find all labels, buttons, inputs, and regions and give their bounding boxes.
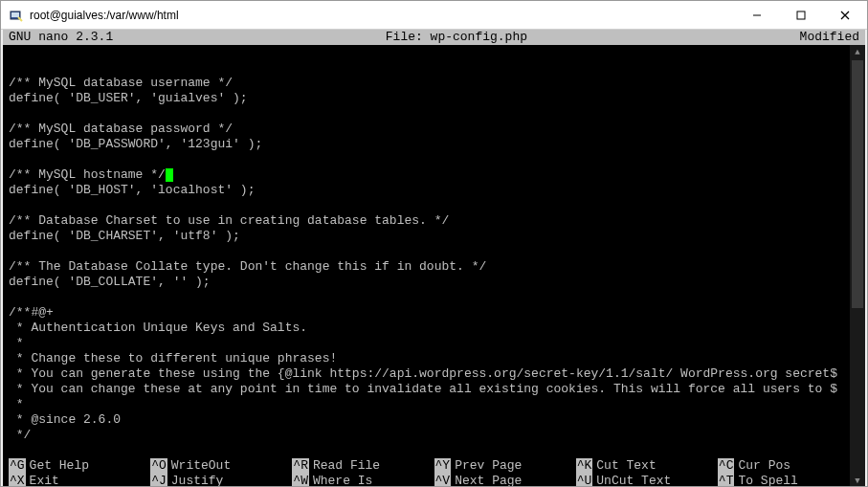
- editor-line: *: [9, 336, 859, 351]
- shortcut-item: ^OWriteOut: [150, 458, 292, 474]
- shortcut-key: ^W: [292, 474, 309, 487]
- scroll-down-button[interactable]: ▼: [850, 474, 865, 487]
- shortcut-item: ^CCur Pos: [718, 458, 859, 474]
- shortcut-label: Cut Text: [596, 458, 656, 474]
- shortcut-item: ^WWhere Is: [292, 474, 434, 487]
- shortcut-key: ^T: [718, 474, 735, 487]
- shortcut-item: ^YPrev Page: [434, 458, 576, 474]
- editor-line: [9, 106, 859, 122]
- shortcut-key: ^O: [150, 458, 167, 474]
- shortcut-item: ^RRead File: [292, 458, 434, 474]
- close-button[interactable]: [823, 1, 867, 30]
- editor-line: define( 'DB_USER', 'guialves' );: [9, 91, 859, 106]
- shortcut-key: ^C: [718, 458, 735, 474]
- editor-line: define( 'DB_COLLATE', '' );: [9, 275, 859, 290]
- editor-line: /** MySQL database password */: [9, 122, 859, 137]
- editor-line: *: [9, 397, 859, 412]
- shortcut-label: Exit: [30, 474, 59, 487]
- window-titlebar: root@guialves:/var/www/html: [1, 1, 867, 30]
- editor-line: [9, 45, 859, 60]
- editor-line: /** MySQL hostname */: [9, 167, 859, 183]
- shortcut-key: ^J: [150, 474, 167, 487]
- window-title: root@guialves:/var/www/html: [30, 9, 735, 22]
- nano-file-label: File: wp-config.php: [113, 30, 799, 45]
- nano-modified-status: Modified: [800, 30, 865, 45]
- editor-line: [9, 198, 859, 213]
- editor-line: */: [9, 428, 859, 443]
- scroll-thumb[interactable]: [852, 60, 863, 308]
- shortcut-item: ^JJustify: [150, 474, 292, 487]
- editor-line: /** The Database Collate type. Don't cha…: [9, 259, 859, 275]
- shortcut-item: ^VNext Page: [434, 474, 576, 487]
- editor-line: * Change these to different unique phras…: [9, 351, 859, 366]
- scroll-track[interactable]: [850, 60, 865, 474]
- shortcut-key: ^V: [434, 474, 452, 487]
- shortcut-key: ^X: [9, 474, 26, 487]
- shortcut-key: ^K: [576, 458, 593, 474]
- shortcut-row-1: ^GGet Help^OWriteOut^RRead File^YPrev Pa…: [9, 458, 859, 474]
- shortcut-item: ^XExit: [9, 474, 150, 487]
- nano-version: GNU nano 2.3.1: [3, 30, 113, 45]
- shortcut-item: ^TTo Spell: [718, 474, 859, 487]
- maximize-button[interactable]: [779, 1, 823, 30]
- editor-line: * Authentication Unique Keys and Salts.: [9, 321, 859, 336]
- shortcut-item: ^UUnCut Text: [576, 474, 718, 487]
- shortcut-key: ^G: [9, 458, 26, 474]
- shortcut-label: Read File: [313, 458, 380, 474]
- editor-line: define( 'DB_CHARSET', 'utf8' );: [9, 229, 859, 244]
- shortcut-item: ^GGet Help: [9, 458, 150, 474]
- shortcut-label: To Spell: [738, 474, 797, 487]
- editor-line: define( 'DB_HOST', 'localhost' );: [9, 183, 859, 198]
- putty-icon: [9, 8, 24, 23]
- editor-line: [9, 152, 859, 167]
- editor-line: [9, 60, 859, 76]
- editor-line: * You can change these at any point in t…: [9, 382, 859, 397]
- editor-line: /** Database Charset to use in creating …: [9, 213, 859, 229]
- shortcut-key: ^R: [292, 458, 309, 474]
- shortcut-label: Justify: [171, 474, 224, 487]
- shortcut-label: UnCut Text: [596, 474, 671, 487]
- editor-line: * @since 2.6.0: [9, 412, 859, 428]
- editor-line: * You can generate these using the {@lin…: [9, 366, 859, 382]
- editor-line: define( 'DB_PASSWORD', '123gui' );: [9, 137, 859, 152]
- scroll-up-button[interactable]: ▲: [850, 45, 865, 60]
- shortcut-label: Cur Pos: [738, 458, 790, 474]
- svg-rect-1: [11, 12, 19, 17]
- editor-line: [9, 443, 859, 458]
- shortcut-label: Next Page: [455, 474, 522, 487]
- minimize-button[interactable]: [735, 1, 779, 30]
- editor-line: /**#@+: [9, 305, 859, 321]
- terminal[interactable]: GNU nano 2.3.1 File: wp-config.php Modif…: [3, 30, 865, 487]
- editor-line: [9, 244, 859, 259]
- shortcut-bar: ^GGet Help^OWriteOut^RRead File^YPrev Pa…: [3, 458, 865, 487]
- editor-line: /** MySQL database username */: [9, 76, 859, 91]
- shortcut-label: Prev Page: [455, 458, 522, 474]
- shortcut-item: ^KCut Text: [576, 458, 718, 474]
- editor-content[interactable]: /** MySQL database username */define( 'D…: [3, 45, 865, 458]
- shortcut-key: ^Y: [434, 458, 452, 474]
- text-cursor: [166, 168, 173, 182]
- shortcut-label: Get Help: [30, 458, 89, 474]
- editor-line: [9, 290, 859, 305]
- nano-statusbar: GNU nano 2.3.1 File: wp-config.php Modif…: [3, 30, 865, 45]
- shortcut-key: ^U: [576, 474, 593, 487]
- shortcut-label: Where Is: [313, 474, 372, 487]
- shortcut-row-2: ^XExit^JJustify^WWhere Is^VNext Page^UUn…: [9, 474, 859, 487]
- svg-rect-3: [797, 11, 805, 19]
- scrollbar[interactable]: ▲ ▼: [850, 45, 865, 487]
- shortcut-label: WriteOut: [171, 458, 231, 474]
